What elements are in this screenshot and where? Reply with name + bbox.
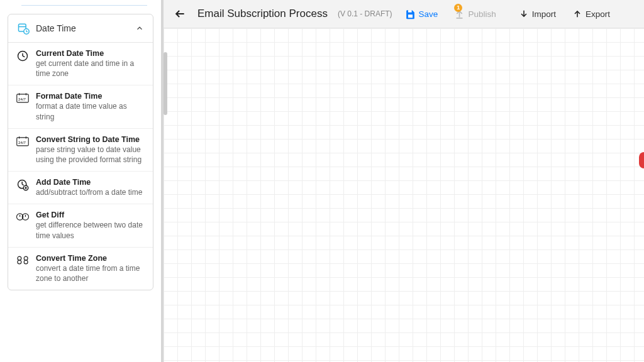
import-button[interactable]: Import [515, 6, 560, 21]
tool-current-date-time[interactable]: Current Date Time get current date and t… [8, 43, 153, 85]
canvas[interactable]: + + Start Current Date Time Stop [164, 28, 644, 362]
svg-point-26 [18, 256, 21, 260]
tool-desc: parse string value to date value using t… [36, 145, 145, 165]
svg-line-7 [23, 56, 25, 57]
tool-desc: get difference between two date time val… [36, 220, 145, 240]
tool-title: Convert String to Date Time [36, 135, 145, 144]
tool-get-diff[interactable]: Get Diff get difference between two date… [8, 204, 153, 247]
publish-button[interactable]: 1 Publish [450, 6, 499, 22]
publish-label: Publish [468, 9, 496, 19]
download-icon [519, 9, 529, 19]
tool-convert-string[interactable]: 24/7 Convert String to Date Time parse s… [8, 129, 153, 172]
clock-plus-icon [16, 178, 30, 191]
chevron-up-icon [135, 24, 144, 33]
svg-point-29 [24, 260, 28, 264]
publish-badge: 1 [454, 4, 462, 12]
tool-title: Current Date Time [36, 49, 145, 58]
tool-desc: format a date time value as string [36, 101, 145, 121]
upload-arrow-icon [572, 9, 582, 19]
toolbar: Email Subscription Process (V 0.1 - DRAF… [164, 0, 644, 28]
svg-text:24/7: 24/7 [18, 97, 26, 101]
back-button[interactable] [171, 5, 189, 23]
tool-title: Get Diff [36, 211, 145, 219]
workspace: Email Subscription Process (V 0.1 - DRAF… [164, 0, 644, 362]
clock-diff-icon [16, 211, 30, 222]
export-label: Export [586, 9, 610, 19]
sidebar: Date Time Current Date Time get current … [0, 0, 161, 362]
tool-format-date-time[interactable]: 24/7 Format Date Time format a date time… [8, 85, 153, 128]
import-label: Import [532, 9, 556, 19]
svg-line-18 [22, 184, 24, 185]
svg-point-27 [24, 256, 28, 260]
save-label: Save [419, 9, 438, 19]
tool-desc: get current date and time in a time zone [36, 58, 145, 79]
tool-title: Format Date Time [36, 92, 145, 101]
tool-title: Convert Time Zone [36, 254, 145, 263]
tool-convert-time-zone[interactable]: Convert Time Zone convert a date time fr… [8, 248, 153, 290]
svg-rect-32 [408, 14, 413, 18]
calendar-247-icon: 24/7 [16, 135, 30, 147]
calendar-clock-icon [17, 22, 30, 35]
sidebar-top-divider [21, 5, 147, 8]
save-icon [405, 9, 416, 19]
tool-desc: convert a date time from a time zone to … [36, 263, 145, 283]
version-label: (V 0.1 - DRAFT) [338, 9, 392, 18]
svg-text:24/7: 24/7 [18, 140, 26, 145]
accordion-title: Date Time [36, 23, 129, 33]
calendar-247-icon: 24/7 [16, 92, 30, 104]
tool-title: Add Date Time [36, 178, 145, 187]
tool-desc: add/subtract to/from a date time [36, 187, 145, 197]
process-title: Email Subscription Process [197, 8, 328, 20]
accordion-header[interactable]: Date Time [8, 14, 153, 43]
svg-point-28 [18, 260, 21, 264]
svg-rect-31 [408, 10, 412, 13]
panel-handle[interactable] [639, 152, 644, 168]
svg-line-4 [26, 31, 28, 32]
save-button[interactable]: Save [401, 6, 442, 22]
accordion-date-time: Date Time Current Date Time get current … [8, 14, 153, 290]
scrollbar[interactable] [164, 52, 167, 115]
export-button[interactable]: Export [569, 6, 614, 21]
tool-add-date-time[interactable]: Add Date Time add/subtract to/from a dat… [8, 172, 153, 204]
clock-icon [16, 49, 30, 62]
timezone-icon [16, 254, 30, 266]
